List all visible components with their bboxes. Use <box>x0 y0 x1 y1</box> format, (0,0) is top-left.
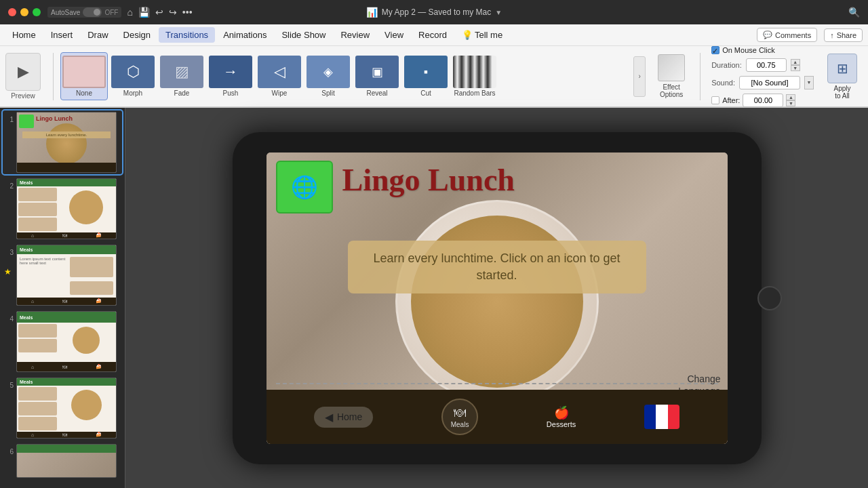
slide-item-3[interactable]: 3 Meals Lorem ipsum text content here sm… <box>3 243 122 307</box>
flag-red-stripe <box>668 405 679 429</box>
more-icon[interactable]: ••• <box>182 7 193 18</box>
transition-cut-thumb: ▪ <box>404 56 448 88</box>
after-checkbox[interactable] <box>711 96 719 104</box>
preview-button[interactable]: ▶ <box>5 53 41 91</box>
slide-item-6[interactable]: 6 <box>3 443 122 479</box>
menu-item-slideshow[interactable]: Slide Show <box>275 27 332 43</box>
sound-dropdown[interactable]: ▼ <box>804 76 814 89</box>
sound-input[interactable] <box>739 76 800 89</box>
menu-item-view[interactable]: View <box>378 27 410 43</box>
home-icon[interactable]: ⌂ <box>127 7 132 18</box>
food-plate <box>395 200 599 403</box>
menu-item-draw[interactable]: Draw <box>81 27 115 43</box>
title-bar-center: 📊 My App 2 — Saved to my Mac ▼ <box>366 7 502 18</box>
transition-morph[interactable]: ⬡ Morph <box>109 53 157 100</box>
slide1-thumb-text: Learn every lunchtime. <box>22 131 111 138</box>
after-down[interactable]: ▼ <box>786 100 795 106</box>
slide-item-5[interactable]: 5 Meals ⌂ <box>3 376 122 440</box>
autosave-badge: AutoSave OFF <box>47 7 121 18</box>
menu-item-transitions[interactable]: Transitions <box>159 27 215 43</box>
menu-item-home[interactable]: Home <box>5 27 43 43</box>
undo-icon[interactable]: ↩ <box>155 7 163 18</box>
preview-section: ▶ Preview <box>5 53 41 100</box>
subtitle-box: Learn every lunchtime. Click on an icon … <box>348 241 646 293</box>
redo-icon[interactable]: ↪ <box>169 7 177 18</box>
slide-thumb-4: Meals ⌂ 🍽 🍰 <box>16 311 117 372</box>
on-mouse-click-row: ✓ On Mouse Click <box>711 46 814 54</box>
apply-to-all-label: Applyto All <box>833 85 850 100</box>
apply-to-all-button[interactable]: ⊞ Applyto All <box>822 54 863 100</box>
transition-fade[interactable]: ▨ Fade <box>158 53 205 100</box>
slide-background: 🌐 Lingo Lunch Learn every lunchtime. Cli… <box>267 152 728 444</box>
transition-split[interactable]: ◈ Split <box>304 53 352 100</box>
close-button[interactable] <box>8 8 16 16</box>
slide-item-4[interactable]: 4 Meals ⌂ 🍽 <box>3 310 122 373</box>
slide-thumb-3: Meals Lorem ipsum text content here smal… <box>16 245 117 306</box>
after-row: After: ▲ ▼ <box>711 94 814 107</box>
document-title: My App 2 — Saved to my Mac <box>382 7 491 17</box>
nav-home-button[interactable]: ◀ Home <box>314 407 373 428</box>
title-bar-right: 🔍 <box>848 7 860 18</box>
slide-panel[interactable]: 1 Lingo Lunch Learn every lunchtime. 2 M… <box>0 108 125 488</box>
title-dropdown-icon[interactable]: ▼ <box>495 9 502 16</box>
slide-number-4: 4 <box>4 315 14 323</box>
device-home-button[interactable] <box>757 286 782 310</box>
slide-item-2[interactable]: 2 Meals ⌂ <box>3 177 122 241</box>
search-icon[interactable]: 🔍 <box>848 7 860 18</box>
nav-desserts-button[interactable]: 🍎 Desserts <box>547 405 576 428</box>
duration-row: Duration: ▲ ▼ <box>711 58 814 72</box>
transition-none[interactable]: None <box>60 52 108 100</box>
transition-reveal-label: Reveal <box>366 89 387 97</box>
transition-push-thumb: → <box>209 56 252 88</box>
slide-number-3: 3 <box>4 249 14 256</box>
minimize-button[interactable] <box>20 8 28 16</box>
share-button[interactable]: ↑ Share <box>824 28 863 42</box>
autosave-toggle[interactable] <box>83 7 102 17</box>
maximize-button[interactable] <box>33 8 41 16</box>
menu-bar: Home Insert Draw Design Transitions Anim… <box>0 24 868 46</box>
language-flag[interactable] <box>644 405 679 429</box>
slide-item-1[interactable]: 1 Lingo Lunch Learn every lunchtime. <box>3 110 122 174</box>
scroll-more-button[interactable]: › <box>633 56 646 97</box>
effect-options[interactable]: EffectOptions <box>650 54 693 98</box>
transition-push-label: Push <box>223 89 239 97</box>
duration-up[interactable]: ▲ <box>791 59 800 65</box>
home-arrow-icon: ◀ <box>325 411 333 424</box>
menu-item-tellme[interactable]: 💡 Tell me <box>455 27 509 43</box>
transition-wipe[interactable]: ◁ Wipe <box>256 53 303 100</box>
save-icon[interactable]: 💾 <box>138 7 150 18</box>
nav-meals-label: Meals <box>451 421 469 428</box>
flag-blue-stripe <box>644 405 656 429</box>
main-area: 1 Lingo Lunch Learn every lunchtime. 2 M… <box>0 108 868 488</box>
after-input[interactable] <box>743 94 783 107</box>
sound-row: Sound: ▼ <box>711 76 814 89</box>
after-spinner: ▲ ▼ <box>786 94 795 106</box>
duration-input[interactable] <box>746 58 787 72</box>
desserts-icon: 🍎 <box>554 405 569 420</box>
lightbulb-icon: 💡 <box>462 30 473 40</box>
menu-item-record[interactable]: Record <box>412 27 454 43</box>
timing-section: ✓ On Mouse Click Duration: ▲ ▼ Sound: ▼ … <box>711 46 814 107</box>
transition-cut[interactable]: ▪ Cut <box>402 53 450 100</box>
subtitle-text: Learn every lunchtime. Click on an icon … <box>373 251 620 282</box>
transition-push[interactable]: → Push <box>207 53 254 100</box>
traffic-lights <box>8 8 41 16</box>
menu-item-review[interactable]: Review <box>334 27 376 43</box>
transition-none-thumb <box>62 56 106 88</box>
on-mouse-click-label: On Mouse Click <box>722 46 775 54</box>
transition-wipe-thumb: ◁ <box>258 56 301 88</box>
sound-label: Sound: <box>711 79 735 87</box>
toolbar-bar: ▶ Preview None ⬡ Morph ▨ Fade <box>0 46 868 107</box>
logo-box[interactable]: 🌐 <box>276 161 333 214</box>
menu-item-animations[interactable]: Animations <box>216 27 273 43</box>
after-up[interactable]: ▲ <box>786 94 795 100</box>
nav-meals-button[interactable]: 🍽 Meals <box>441 399 478 435</box>
duration-down[interactable]: ▼ <box>791 65 800 71</box>
transition-morph-label: Morph <box>123 89 142 97</box>
transition-reveal[interactable]: ▣ Reveal <box>353 53 401 100</box>
comments-button[interactable]: 💬 Comments <box>757 28 817 42</box>
menu-item-design[interactable]: Design <box>117 27 157 43</box>
menu-item-insert[interactable]: Insert <box>44 27 80 43</box>
transition-random-bars[interactable]: Random Bars <box>451 53 498 100</box>
on-mouse-click-checkbox[interactable]: ✓ <box>711 46 719 54</box>
